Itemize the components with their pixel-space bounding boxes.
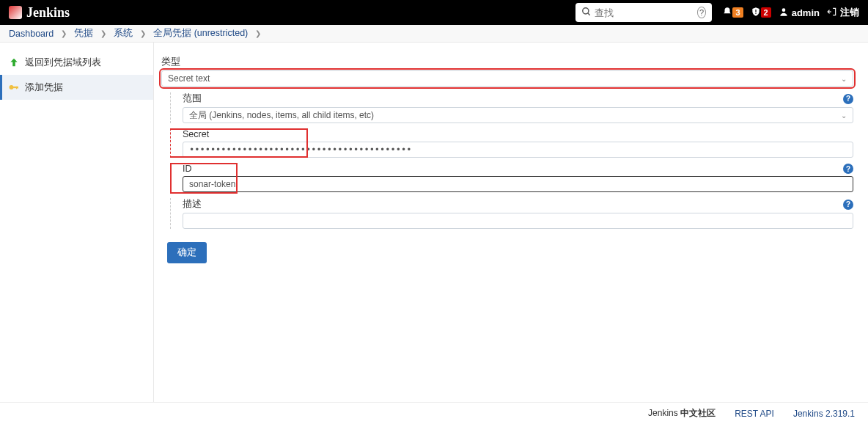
- logout-link[interactable]: 注销: [827, 6, 859, 19]
- chevron-right-icon: ❯: [61, 29, 67, 37]
- field-type: 类型 Secret text ⌄: [161, 56, 853, 87]
- bc-dashboard[interactable]: Dashboard: [9, 29, 54, 39]
- notification-badge: 3: [732, 7, 743, 18]
- help-icon[interactable]: ?: [843, 200, 853, 210]
- warnings-button[interactable]: 2: [751, 7, 771, 19]
- main-form: 类型 Secret text ⌄ 范围? 全局 (Jenkins, nodes,…: [154, 43, 868, 402]
- id-input[interactable]: [189, 179, 847, 189]
- footer-rest-api[interactable]: REST API: [735, 409, 774, 419]
- chevron-right-icon: ❯: [255, 29, 261, 37]
- svg-point-4: [781, 8, 785, 12]
- footer-community[interactable]: Jenkins 中文社区: [648, 407, 716, 420]
- footer-version: Jenkins 2.319.1: [793, 409, 855, 419]
- arrow-up-icon: [9, 57, 19, 67]
- bc-system[interactable]: 系统: [114, 27, 133, 40]
- bc-credentials[interactable]: 凭据: [74, 27, 93, 40]
- field-secret: Secret •••••••••••••••••••••••••••••••••…: [170, 129, 853, 158]
- sidebar-add-label: 添加凭据: [25, 81, 63, 94]
- chevron-down-icon: ⌄: [841, 75, 847, 83]
- jenkins-logo-icon: [9, 6, 22, 19]
- svg-rect-2: [755, 10, 756, 12]
- id-input-wrap[interactable]: [183, 176, 853, 192]
- logo-area[interactable]: Jenkins: [9, 5, 70, 21]
- key-icon: [9, 82, 19, 92]
- bc-global[interactable]: 全局凭据 (unrestricted): [153, 27, 248, 40]
- desc-input[interactable]: [189, 216, 847, 226]
- sidebar-back-label: 返回到凭据域列表: [25, 56, 101, 69]
- search-icon: [581, 7, 592, 19]
- secret-input[interactable]: ••••••••••••••••••••••••••••••••••••••••…: [189, 145, 411, 155]
- chevron-right-icon: ❯: [140, 29, 146, 37]
- user-label: admin: [792, 7, 820, 18]
- top-header: Jenkins ? 3 2 admin: [0, 0, 868, 25]
- scope-label: 范围: [183, 92, 202, 105]
- secret-input-wrap[interactable]: ••••••••••••••••••••••••••••••••••••••••…: [183, 142, 853, 158]
- breadcrumb: Dashboard ❯ 凭据 ❯ 系统 ❯ 全局凭据 (unrestricted…: [0, 25, 868, 43]
- bell-icon: [722, 7, 732, 19]
- help-icon[interactable]: ?: [843, 164, 853, 174]
- sidebar: 返回到凭据域列表 添加凭据: [0, 43, 154, 402]
- sidebar-item-back[interactable]: 返回到凭据域列表: [0, 50, 153, 75]
- chevron-right-icon: ❯: [100, 29, 106, 37]
- logout-icon: [827, 7, 837, 19]
- search-help-icon[interactable]: ?: [697, 7, 707, 18]
- svg-line-1: [588, 12, 590, 15]
- type-label: 类型: [161, 56, 853, 68]
- svg-rect-7: [16, 87, 17, 89]
- notifications-button[interactable]: 3: [722, 7, 743, 19]
- search-input[interactable]: [595, 7, 691, 18]
- search-box[interactable]: ?: [575, 3, 712, 22]
- field-id: ID?: [170, 164, 853, 192]
- sidebar-item-add[interactable]: 添加凭据: [0, 75, 153, 100]
- scope-select[interactable]: 全局 (Jenkins, nodes, items, all child ite…: [183, 107, 853, 123]
- logout-label: 注销: [840, 6, 859, 19]
- id-label: ID: [183, 164, 192, 174]
- scope-value: 全局 (Jenkins, nodes, items, all child ite…: [189, 109, 374, 122]
- field-desc: 描述?: [170, 198, 853, 229]
- svg-point-0: [583, 7, 589, 13]
- secret-label: Secret: [183, 129, 853, 139]
- help-icon[interactable]: ?: [843, 94, 853, 104]
- submit-button[interactable]: 确定: [167, 242, 207, 263]
- shield-warn-icon: [751, 7, 761, 19]
- warning-badge: 2: [761, 7, 771, 18]
- svg-rect-3: [755, 12, 756, 13]
- user-link[interactable]: admin: [779, 7, 820, 19]
- footer: Jenkins 中文社区 REST API Jenkins 2.319.1: [0, 402, 868, 424]
- desc-input-wrap[interactable]: [183, 213, 853, 229]
- header-right: 3 2 admin 注销: [722, 6, 859, 19]
- type-select[interactable]: Secret text ⌄: [161, 70, 853, 87]
- type-value: Secret text: [168, 73, 218, 84]
- chevron-down-icon: ⌄: [841, 112, 847, 120]
- logo-text: Jenkins: [26, 5, 70, 21]
- desc-label: 描述: [183, 198, 202, 211]
- user-icon: [779, 7, 789, 19]
- svg-rect-8: [18, 87, 18, 89]
- field-scope: 范围? 全局 (Jenkins, nodes, items, all child…: [170, 92, 853, 123]
